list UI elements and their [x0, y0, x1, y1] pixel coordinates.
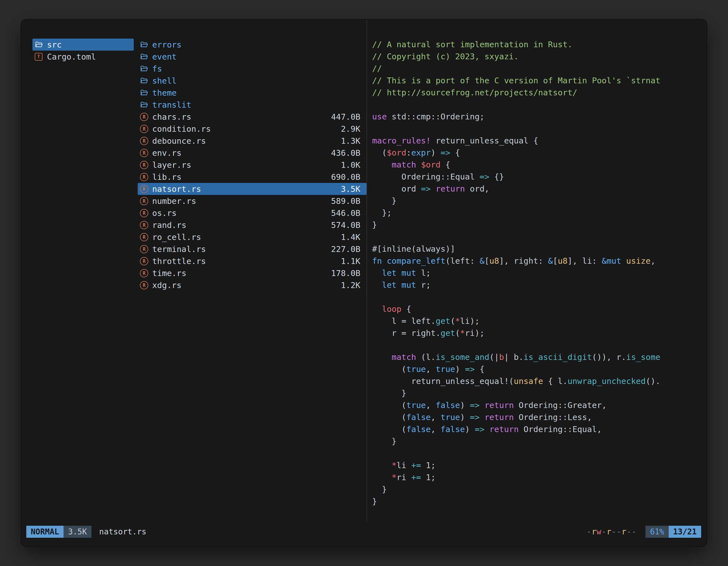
- code-line: *ri += 1;: [372, 471, 707, 483]
- current-entry-ro_cell.rs[interactable]: Rro_cell.rs1.4K: [138, 231, 367, 243]
- current-entry-terminal.rs[interactable]: Rterminal.rs227.0B: [138, 243, 367, 255]
- current-entry-theme[interactable]: theme: [138, 87, 367, 99]
- entry-name: ro_cell.rs: [152, 233, 201, 242]
- current-entry-condition.rs[interactable]: Rcondition.rs2.9K: [138, 123, 367, 135]
- rust-icon: R: [140, 257, 152, 266]
- current-entry-chars.rs[interactable]: Rchars.rs447.0B: [138, 111, 367, 123]
- entry-size: 227.0B: [331, 245, 367, 254]
- code-line: //: [372, 63, 707, 75]
- code-line: (false, false) => return Ordering::Equal…: [372, 423, 707, 435]
- rust-icon: R: [140, 173, 152, 181]
- entry-size: 2.9K: [341, 124, 367, 134]
- entry-name: condition.rs: [152, 124, 211, 134]
- current-entry-natsort.rs[interactable]: Rnatsort.rs3.5K: [138, 183, 367, 195]
- rust-icon: R: [140, 113, 152, 121]
- current-entry-shell[interactable]: shell: [138, 75, 367, 87]
- folder-icon: [140, 65, 152, 73]
- current-entry-event[interactable]: event: [138, 51, 367, 63]
- code-line: // A natural sort implementation in Rust…: [372, 39, 707, 51]
- code-line: }: [372, 495, 707, 508]
- current-entry-errors[interactable]: errors: [138, 39, 367, 51]
- entry-size: 447.0B: [331, 112, 367, 122]
- folder-icon: [35, 41, 47, 49]
- entry-name: env.rs: [152, 148, 182, 158]
- entry-size: 1.4K: [341, 233, 367, 242]
- code-line: // This is a port of the C version of Ma…: [372, 75, 707, 87]
- entry-name: time.rs: [152, 269, 186, 278]
- code-line: use std::cmp::Ordering;: [372, 111, 707, 123]
- entry-name: debounce.rs: [152, 136, 206, 146]
- current-entry-os.rs[interactable]: Ros.rs546.0B: [138, 207, 367, 219]
- current-entry-debounce.rs[interactable]: Rdebounce.rs1.3K: [138, 135, 367, 147]
- mode-badge: NORMAL: [26, 526, 64, 538]
- entry-name: os.rs: [152, 208, 177, 218]
- code-line: let mut l;: [372, 267, 707, 279]
- code-line: // http://sourcefrog.net/projects/natsor…: [372, 87, 707, 99]
- code-line: fn compare_left(left: &[u8], right: &[u8…: [372, 255, 707, 267]
- entry-size: 178.0B: [331, 269, 367, 278]
- entry-name: number.rs: [152, 196, 196, 206]
- code-line: [372, 339, 707, 351]
- entry-name: layer.rs: [152, 160, 191, 170]
- current-entry-throttle.rs[interactable]: Rthrottle.rs1.1K: [138, 255, 367, 267]
- rust-icon: R: [140, 209, 152, 217]
- code-line: (true, false) => return Ordering::Greate…: [372, 399, 707, 411]
- rust-icon: R: [140, 161, 152, 169]
- code-line: #[inline(always)]: [372, 243, 707, 255]
- code-line: Ordering::Equal => {}: [372, 171, 707, 183]
- rust-icon: R: [140, 245, 152, 254]
- code-line: // Copyright (c) 2023, sxyazi.: [372, 51, 707, 63]
- code-line: [372, 291, 707, 303]
- terminal-window: srcTCargo.toml errorseventfsshellthemetr…: [21, 20, 707, 546]
- parent-pane: srcTCargo.toml: [21, 20, 134, 521]
- entry-name: terminal.rs: [152, 245, 206, 254]
- code-preview: // A natural sort implementation in Rust…: [372, 39, 707, 508]
- permissions: -rw-r--r--: [587, 527, 637, 536]
- current-pane: errorseventfsshellthemetranslitRchars.rs…: [134, 20, 367, 521]
- entry-name: theme: [152, 88, 177, 98]
- status-bar: NORMAL 3.5K natsort.rs -rw-r--r-- 61% 13…: [21, 521, 707, 546]
- entry-name: rand.rs: [152, 220, 186, 230]
- entry-name: shell: [152, 76, 177, 86]
- code-line: loop {: [372, 303, 707, 315]
- parent-entry-Cargo.toml[interactable]: TCargo.toml: [32, 51, 134, 63]
- parent-entry-src[interactable]: src: [32, 39, 134, 51]
- code-line: [372, 99, 707, 111]
- current-entry-lib.rs[interactable]: Rlib.rs690.0B: [138, 171, 367, 183]
- current-entry-rand.rs[interactable]: Rrand.rs574.0B: [138, 219, 367, 231]
- desktop-background: srcTCargo.toml errorseventfsshellthemetr…: [0, 0, 728, 566]
- entry-name: errors: [152, 40, 182, 50]
- file-manager-panes: srcTCargo.toml errorseventfsshellthemetr…: [21, 20, 707, 521]
- code-line: [372, 123, 707, 135]
- current-entry-env.rs[interactable]: Renv.rs436.0B: [138, 147, 367, 159]
- rust-icon: R: [140, 125, 152, 133]
- code-line: r = right.get(*ri);: [372, 327, 707, 339]
- entry-size: 574.0B: [331, 220, 367, 230]
- entry-name: natsort.rs: [152, 184, 201, 194]
- entry-name: lib.rs: [152, 172, 182, 182]
- code-line: ord => return ord,: [372, 183, 707, 195]
- current-entry-number.rs[interactable]: Rnumber.rs589.0B: [138, 195, 367, 207]
- folder-icon: [140, 53, 152, 61]
- rust-icon: R: [140, 269, 152, 278]
- rust-icon: R: [140, 197, 152, 205]
- entry-name: Cargo.toml: [47, 52, 96, 62]
- current-entry-xdg.rs[interactable]: Rxdg.rs1.2K: [138, 279, 367, 291]
- entry-name: fs: [152, 64, 162, 74]
- current-entry-time.rs[interactable]: Rtime.rs178.0B: [138, 267, 367, 279]
- code-line: return_unless_equal!(unsafe { l.unwrap_u…: [372, 375, 707, 387]
- status-filename: natsort.rs: [99, 527, 147, 536]
- current-entry-layer.rs[interactable]: Rlayer.rs1.0K: [138, 159, 367, 171]
- code-line: (false, true) => return Ordering::Less,: [372, 411, 707, 423]
- toml-icon: T: [35, 53, 47, 61]
- current-entry-fs[interactable]: fs: [138, 63, 367, 75]
- entry-name: src: [47, 40, 62, 50]
- code-line: let mut r;: [372, 279, 707, 291]
- current-entry-translit[interactable]: translit: [138, 99, 367, 111]
- entry-name: translit: [152, 100, 191, 110]
- code-line: [372, 231, 707, 243]
- folder-icon: [140, 101, 152, 109]
- entry-size: 436.0B: [331, 148, 367, 158]
- code-line: (true, true) => {: [372, 363, 707, 375]
- folder-icon: [140, 41, 152, 49]
